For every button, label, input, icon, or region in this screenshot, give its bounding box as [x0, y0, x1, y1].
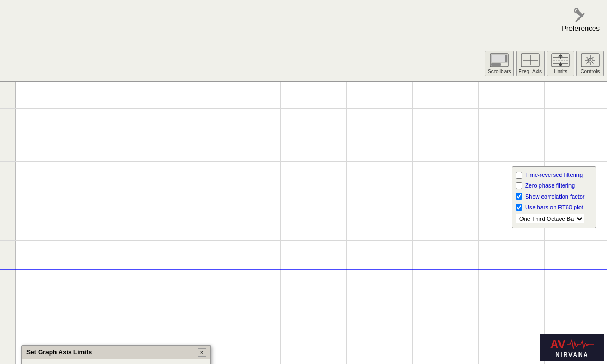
show-correlation-checkbox[interactable]: [516, 193, 522, 200]
grid-h-3: [0, 161, 607, 162]
use-bars-checkbox[interactable]: [516, 204, 522, 211]
grid-h-2: [0, 135, 607, 135]
svg-rect-5: [491, 63, 501, 66]
logo-av: AV: [550, 338, 566, 351]
freq-axis-icon: [520, 52, 540, 68]
axis-dialog-title-text: Set Graph Axis Limits: [26, 349, 92, 356]
preferences-label: Preferences: [562, 24, 600, 32]
main-area: Time-reversed filtering Zero phase filte…: [0, 82, 607, 364]
pref-time-reversed[interactable]: Time-reversed filtering: [516, 171, 593, 179]
time-reversed-checkbox[interactable]: [516, 172, 522, 179]
bottom-toolbar: Scrollbars Freq. Axis: [485, 51, 604, 76]
controls-label: Controls: [580, 69, 600, 74]
octave-bands-dropdown[interactable]: One Third Octave Bands Octave Bands Broa…: [516, 214, 584, 223]
preferences-icon: [571, 5, 590, 24]
svg-line-25: [592, 57, 594, 59]
limits-icon: [550, 52, 571, 68]
svg-line-24: [592, 62, 594, 64]
grid-v-0: [16, 82, 16, 364]
svg-rect-6: [505, 55, 507, 62]
svg-line-26: [587, 62, 589, 64]
pref-show-correlation[interactable]: Show correlation factor: [516, 193, 593, 200]
scrollbars-icon: [489, 52, 509, 68]
svg-point-18: [589, 59, 591, 61]
controls-icon: [580, 52, 600, 68]
grid-v-4: [280, 82, 281, 364]
svg-rect-0: [575, 9, 584, 18]
grid-v-7: [478, 82, 479, 364]
grid-h-7: [0, 267, 607, 267]
zero-phase-checkbox[interactable]: [516, 182, 522, 189]
axis-dialog: Set Graph Axis Limits × Top ▲ ▼: [21, 345, 211, 364]
show-correlation-label: Show correlation factor: [525, 193, 585, 200]
grid-v-1: [82, 82, 82, 364]
grid-h-1: [0, 108, 607, 109]
grid-v-6: [412, 82, 413, 364]
grid-v-3: [214, 82, 214, 364]
limits-button[interactable]: Limits: [547, 51, 574, 76]
grid-v-2: [148, 82, 148, 364]
logo-waveform-icon: [567, 338, 594, 351]
limits-label: Limits: [554, 69, 567, 74]
blue-axis-line: [0, 269, 607, 270]
freq-axis-button[interactable]: Freq. Axis: [516, 51, 545, 76]
logo-name: NIRVANA: [555, 351, 589, 358]
grid-v-5: [346, 82, 347, 364]
scrollbars-label: Scrollbars: [488, 69, 511, 74]
scrollbars-button[interactable]: Scrollbars: [485, 51, 513, 76]
zero-phase-label: Zero phase filtering: [525, 182, 575, 189]
axis-dialog-body: Top ▲ ▼ Left: [22, 359, 210, 364]
pref-zero-phase[interactable]: Zero phase filtering: [516, 182, 593, 189]
axis-dialog-title: Set Graph Axis Limits ×: [22, 346, 210, 359]
grid-h-6: [0, 240, 607, 241]
logo: AV NIRVANA: [540, 334, 604, 361]
pref-use-bars[interactable]: Use bars on RT60 plot: [516, 203, 593, 211]
preferences-button[interactable]: Preferences: [557, 3, 604, 34]
pref-dropdown-row: One Third Octave Bands Octave Bands Broa…: [516, 214, 593, 223]
axis-dialog-close-button[interactable]: ×: [198, 348, 206, 357]
use-bars-label: Use bars on RT60 plot: [525, 203, 583, 211]
freq-axis-label: Freq. Axis: [519, 69, 542, 74]
svg-rect-4: [491, 55, 507, 62]
svg-line-23: [587, 57, 589, 59]
time-reversed-label: Time-reversed filtering: [525, 171, 583, 179]
preferences-panel: Time-reversed filtering Zero phase filte…: [512, 166, 596, 228]
toolbar: Preferences Scrollbars: [0, 0, 607, 82]
controls-button[interactable]: Controls: [576, 51, 604, 76]
